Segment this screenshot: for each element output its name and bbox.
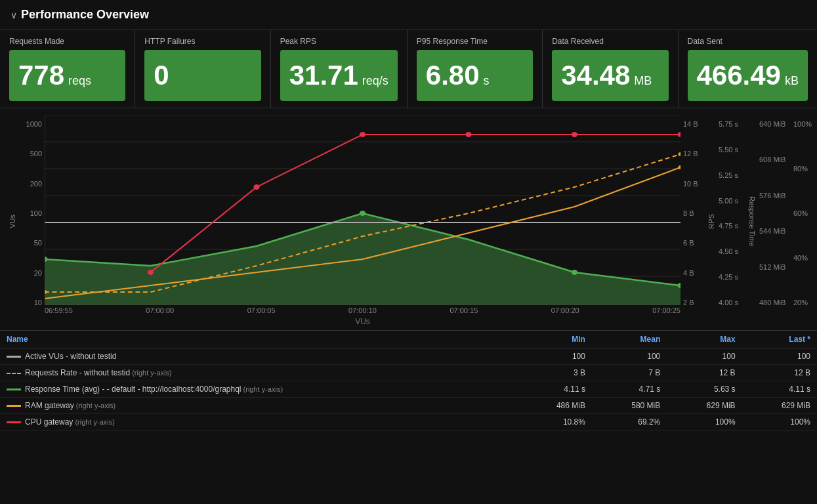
legend-row: CPU gateway (right y-axis) 10.8% 69.2% 1…	[0, 414, 817, 430]
y-axis-right-b: 14 B12 B10 B8 B6 B4 B2 B	[681, 115, 707, 327]
legend-min-4: 10.8%	[517, 414, 592, 430]
y-tick-right-pct: 40%	[793, 254, 817, 262]
legend-max-3: 629 MiB	[667, 398, 742, 414]
y-tick-right-b: 4 B	[683, 269, 707, 277]
metric-value-box-p95-response-time: 6.80 s	[417, 50, 533, 101]
legend-row: Requests Rate - without testid (right y-…	[0, 365, 817, 381]
legend-last-2: 4.11 s	[742, 381, 817, 398]
x-tick-1: 06:59:55	[45, 306, 73, 314]
header: ∨ Performance Overview	[0, 0, 817, 30]
legend-max-4: 100%	[667, 414, 742, 430]
metric-card-requests-made: Requests Made 778 reqs	[0, 30, 135, 108]
legend-name-0: Active VUs - without testid	[0, 348, 517, 365]
y-tick-right-b: 14 B	[683, 120, 707, 128]
metric-label-requests-made: Requests Made	[9, 37, 125, 46]
y-tick-right-b: 2 B	[683, 299, 707, 306]
metric-value-box-http-failures: 0	[144, 50, 261, 101]
legend-name-1: Requests Rate - without testid (right y-…	[0, 365, 517, 381]
metric-card-data-sent: Data Sent 466.49 kB	[679, 30, 817, 108]
y-axis-right-pct: 100%80%60%40%20%	[791, 115, 817, 327]
legend-last-4: 100%	[742, 414, 817, 430]
metric-label-data-sent: Data Sent	[688, 37, 808, 46]
response-time-label: Response Time	[748, 196, 756, 246]
y-tick-right-mib: 480 MiB	[759, 299, 791, 306]
svg-point-18	[360, 132, 366, 137]
svg-point-17	[253, 184, 259, 190]
y-tick-right-mib: 576 MiB	[759, 192, 791, 200]
y-tick-right-s: 5.50 s	[719, 146, 747, 154]
y-tick-left: 1000	[18, 120, 42, 128]
legend-max-2: 5.63 s	[667, 381, 742, 398]
legend-last-3: 629 MiB	[742, 398, 817, 414]
x-tick-7: 07:00:25	[652, 306, 681, 314]
legend-last-0: 100	[742, 348, 817, 365]
svg-point-20	[572, 132, 577, 137]
y-tick-right-s: 5.00 s	[719, 197, 747, 205]
metric-unit-peak-rps: req/s	[362, 74, 388, 88]
metric-value-box-requests-made: 778 reqs	[9, 50, 125, 101]
y-tick-right-pct: 60%	[793, 209, 817, 217]
y-tick-right-s: 4.75 s	[719, 222, 747, 230]
legend-table: Name Min Mean Max Last * Active VUs - wi…	[0, 330, 817, 430]
legend-max-1: 12 B	[667, 365, 742, 381]
metric-value-http-failures: 0	[154, 62, 169, 89]
x-tick-6: 07:00:20	[551, 306, 579, 314]
y-tick-right-s: 4.00 s	[719, 299, 747, 306]
svg-point-21	[677, 132, 681, 137]
x-tick-3: 07:00:05	[247, 306, 276, 314]
metric-label-data-received: Data Received	[552, 37, 668, 46]
legend-mean-2: 4.71 s	[592, 381, 667, 398]
svg-point-19	[465, 132, 471, 137]
metric-card-data-received: Data Received 34.48 MB	[543, 30, 678, 108]
svg-point-11	[572, 270, 577, 275]
metric-value-requests-made: 778	[18, 62, 64, 89]
y-axis-left-label: VUs	[9, 215, 16, 228]
legend-col-name: Name	[0, 331, 517, 348]
metric-value-box-peak-rps: 31.71 req/s	[280, 50, 398, 101]
legend-min-0: 100	[517, 348, 592, 365]
y-tick-left: 20	[18, 269, 42, 277]
y-tick-left: 100	[18, 209, 42, 217]
y-tick-right-mib: 608 MiB	[759, 156, 791, 163]
y-tick-right-b: 6 B	[683, 239, 707, 247]
y-tick-right-b: 12 B	[683, 150, 707, 158]
legend-last-1: 12 B	[742, 365, 817, 381]
metric-unit-p95-response-time: s	[484, 74, 490, 88]
metric-value-p95-response-time: 6.80	[426, 62, 480, 89]
y-axis-right-s: 5.75 s5.50 s5.25 s5.00 s4.75 s4.50 s4.25…	[716, 115, 747, 327]
legend-mean-4: 69.2%	[592, 414, 667, 430]
metric-unit-data-sent: kB	[785, 74, 799, 88]
y-tick-left: 500	[18, 150, 42, 158]
y-tick-right-pct: 20%	[793, 299, 817, 306]
y-tick-right-s: 4.50 s	[719, 247, 747, 255]
legend-min-2: 4.11 s	[517, 381, 592, 398]
svg-point-14	[679, 152, 681, 156]
legend-min-3: 486 MiB	[517, 398, 592, 414]
metric-unit-requests-made: reqs	[68, 74, 91, 88]
y-axis-right-mib: 640 MiB608 MiB576 MiB544 MiB512 MiB480 M…	[757, 115, 791, 327]
metric-label-p95-response-time: P95 Response Time	[417, 37, 533, 46]
metrics-row: Requests Made 778 reqs HTTP Failures 0 P…	[0, 30, 817, 108]
metric-label-peak-rps: Peak RPS	[280, 37, 398, 46]
chart-section: VUs 1000500200100502010	[0, 108, 817, 327]
legend-row: Response Time (avg) - - default - http:/…	[0, 381, 817, 398]
x-tick-4: 07:00:10	[348, 306, 377, 314]
metric-card-peak-rps: Peak RPS 31.71 req/s	[271, 30, 408, 108]
y-tick-right-mib: 544 MiB	[759, 227, 791, 235]
legend-col-mean: Mean	[592, 331, 667, 348]
y-tick-left: 200	[18, 180, 42, 188]
y-tick-right-pct: 100%	[793, 120, 817, 128]
metric-value-box-data-received: 34.48 MB	[552, 50, 668, 101]
y-tick-right-b: 10 B	[683, 180, 707, 188]
metric-label-http-failures: HTTP Failures	[144, 37, 261, 46]
y-tick-right-b: 8 B	[683, 209, 707, 217]
x-axis-label: VUs	[45, 316, 681, 327]
y-tick-left: 50	[18, 239, 42, 247]
legend-name-2: Response Time (avg) - - default - http:/…	[0, 381, 517, 398]
svg-point-16	[148, 270, 154, 275]
legend-row: Active VUs - without testid 100 100 100 …	[0, 348, 817, 365]
legend-mean-0: 100	[592, 348, 667, 365]
y-axis-left: 1000500200100502010	[18, 115, 45, 327]
metric-value-box-data-sent: 466.49 kB	[688, 50, 808, 101]
svg-point-10	[360, 211, 366, 216]
